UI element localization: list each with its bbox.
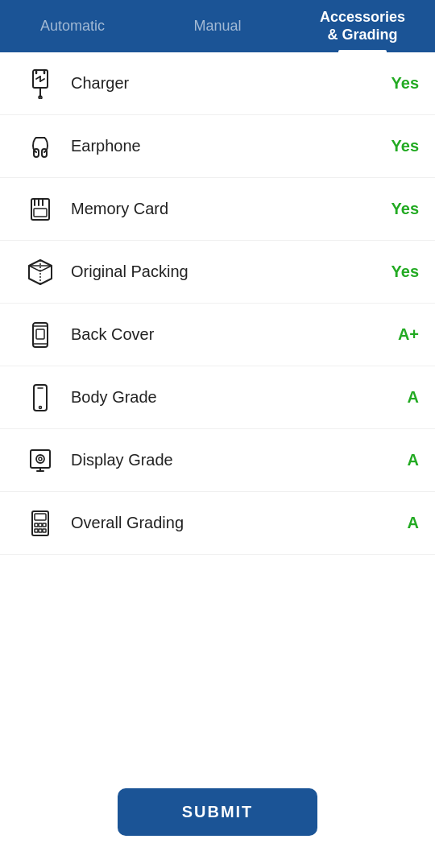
tab-accessories[interactable]: Accessories & Grading (290, 0, 435, 52)
tab-bar: Automatic Manual Accessories & Grading (0, 0, 435, 52)
overall-grading-label: Overall Grading (64, 514, 408, 532)
charger-icon (16, 68, 64, 99)
body-grade-label: Body Grade (64, 388, 408, 407)
list-item-display-grade[interactable]: Display Grade A (0, 429, 435, 492)
svg-rect-34 (43, 523, 46, 527)
svg-point-23 (39, 406, 42, 408)
memory-card-value: Yes (392, 200, 419, 218)
list-item-memory-card[interactable]: Memory Card Yes (0, 178, 435, 241)
svg-rect-35 (35, 529, 38, 532)
list-item-back-cover[interactable]: Back Cover A+ (0, 304, 435, 366)
display-grade-label: Display Grade (64, 451, 408, 469)
list-item-earphone[interactable]: Earphone Yes (0, 115, 435, 178)
memory-card-icon (16, 194, 64, 225)
tab-manual[interactable]: Manual (145, 0, 290, 52)
footer: SUBMIT (0, 764, 435, 868)
charger-value: Yes (392, 74, 419, 93)
memory-card-label: Memory Card (64, 200, 392, 218)
earphone-icon (16, 131, 64, 162)
list-item-body-grade[interactable]: Body Grade A (0, 366, 435, 429)
earphone-value: Yes (392, 137, 419, 155)
svg-point-28 (36, 455, 44, 463)
svg-rect-31 (35, 514, 46, 520)
svg-rect-37 (43, 529, 46, 532)
svg-rect-9 (42, 149, 47, 157)
charger-label: Charger (64, 74, 392, 93)
back-cover-icon (16, 320, 64, 350)
original-packing-label: Original Packing (64, 262, 392, 281)
box-icon (16, 257, 64, 287)
display-grade-value: A (408, 451, 419, 469)
svg-rect-8 (34, 149, 39, 157)
body-grade-value: A (408, 388, 419, 407)
svg-rect-15 (34, 209, 47, 217)
phone-icon (16, 382, 64, 413)
submit-button[interactable]: SUBMIT (118, 788, 318, 836)
list-item-original-packing[interactable]: Original Packing Yes (0, 241, 435, 304)
list-item-overall-grading[interactable]: Overall Grading A (0, 492, 435, 555)
back-cover-label: Back Cover (64, 325, 398, 344)
list-item-charger[interactable]: Charger Yes (0, 52, 435, 115)
svg-rect-32 (35, 523, 38, 527)
accessories-list: Charger Yes Earphone Yes M (0, 52, 435, 764)
display-icon (16, 445, 64, 476)
overall-grading-value: A (408, 514, 419, 532)
svg-rect-25 (31, 450, 50, 468)
svg-rect-36 (39, 529, 42, 532)
svg-rect-33 (39, 523, 42, 527)
svg-rect-21 (36, 329, 44, 339)
original-packing-value: Yes (392, 262, 419, 281)
calculator-icon (16, 508, 64, 539)
back-cover-value: A+ (398, 325, 419, 344)
tab-automatic[interactable]: Automatic (0, 0, 145, 52)
svg-point-29 (39, 457, 42, 461)
earphone-label: Earphone (64, 137, 392, 155)
